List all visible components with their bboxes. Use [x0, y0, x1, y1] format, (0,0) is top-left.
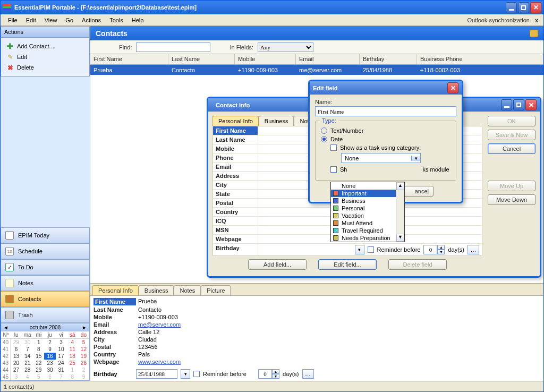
dropdown-item[interactable]: None [331, 182, 404, 190]
col-lastname[interactable]: Last Name [168, 54, 235, 64]
tab-notes[interactable]: Notes [174, 285, 201, 295]
nav-schedule[interactable]: 12Schedule [1, 243, 90, 259]
cancel-button[interactable]: Cancel [488, 143, 536, 154]
reminder-more-button[interactable]: … [468, 245, 479, 254]
dlg-minimize-button[interactable] [501, 99, 512, 110]
cal-day[interactable]: 24 [56, 360, 67, 367]
scroll-up-icon[interactable]: ▲ [396, 182, 404, 190]
cal-day[interactable]: 14 [22, 353, 33, 360]
chevron-down-icon[interactable]: ▾ [411, 156, 420, 161]
ok-button[interactable]: OK [488, 116, 536, 126]
col-firstname[interactable]: First Name [90, 54, 168, 64]
field-name-input[interactable] [315, 106, 456, 116]
cal-day[interactable]: 29 [33, 367, 44, 373]
add-contact-action[interactable]: ✚ Add Contact... [4, 41, 86, 52]
dropdown-item[interactable]: Must Attend [331, 219, 404, 227]
col-businessphone[interactable]: Business Phone [417, 54, 543, 64]
infields-select[interactable]: Any [258, 42, 313, 52]
cal-day[interactable]: 21 [22, 360, 33, 367]
cal-next[interactable]: ► [82, 325, 87, 330]
email-link[interactable]: me@server.com [138, 321, 181, 328]
cal-day[interactable]: 28 [22, 367, 33, 373]
col-email[interactable]: Email [296, 54, 360, 64]
menu-help[interactable]: Help [128, 16, 148, 24]
cal-day[interactable]: 7 [22, 346, 33, 353]
scroll-track[interactable] [396, 190, 404, 234]
cal-day[interactable]: 5 [78, 339, 89, 346]
cal-day[interactable]: 30 [22, 339, 33, 346]
cal-day[interactable]: 23 [44, 360, 55, 367]
cal-day[interactable]: 8 [33, 346, 44, 353]
field-value-cell[interactable]: ▾Reminder before▲▼day(s)… [258, 244, 482, 255]
reminder-checkbox[interactable] [193, 371, 200, 377]
menu-actions[interactable]: Actions [78, 16, 105, 24]
partial-checkbox-row[interactable]: Sh ks module [330, 166, 450, 173]
cal-day[interactable]: 10 [56, 346, 67, 353]
nav-todo[interactable]: ✓To Do [1, 259, 90, 275]
nav-contacts[interactable]: Contacts [1, 291, 90, 307]
maximize-button[interactable] [518, 2, 529, 13]
birthday-dropdown-icon[interactable]: ▾ [355, 245, 364, 254]
add-field-button[interactable]: Add field... [248, 259, 307, 270]
cal-day[interactable]: 3 [56, 339, 67, 346]
cal-day[interactable]: 8 [67, 373, 78, 380]
detail-birthday-input[interactable] [136, 369, 177, 379]
cal-day[interactable]: 5 [33, 373, 44, 380]
cal-day[interactable]: 26 [78, 360, 89, 367]
edit-field-close-button[interactable]: ✕ [447, 82, 458, 93]
field-row[interactable]: Birthday▾Reminder before▲▼day(s)… [213, 244, 482, 255]
menu-go[interactable]: Go [61, 16, 78, 24]
cal-day[interactable]: 12 [78, 346, 89, 353]
cal-day[interactable]: 25 [67, 360, 78, 367]
cal-day[interactable]: 30 [44, 367, 55, 373]
cal-day[interactable]: 4 [22, 373, 33, 380]
dropdown-item[interactable]: Important [331, 190, 404, 197]
dlg-close-button[interactable]: ✕ [525, 99, 537, 110]
radio-text[interactable]: Text/Number [321, 127, 450, 134]
cal-day[interactable]: 6 [11, 346, 22, 353]
radio-date[interactable]: Date [321, 136, 450, 142]
outlook-sync[interactable]: Outlook synchronization x [464, 17, 540, 23]
cal-day[interactable]: 22 [33, 360, 44, 367]
cal-day[interactable]: 2 [78, 367, 89, 373]
cal-prev[interactable]: ◄ [3, 325, 8, 330]
cal-day[interactable]: 20 [11, 360, 22, 367]
spin-up-icon[interactable]: ▲ [437, 245, 445, 250]
dropdown-item[interactable]: Business [331, 197, 404, 204]
category-combo[interactable]: None ▾ [341, 153, 421, 163]
spin-down-icon[interactable]: ▼ [272, 374, 279, 379]
scroll-down-icon[interactable]: ▼ [396, 234, 404, 242]
cal-day[interactable]: 15 [33, 353, 44, 360]
tab-personal[interactable]: Personal Info [92, 285, 139, 295]
save-new-button[interactable]: Save & New [488, 130, 536, 140]
dlg-tab-business[interactable]: Business [259, 116, 294, 126]
menu-file[interactable]: File [4, 16, 22, 24]
move-down-button[interactable]: Move Down [488, 194, 536, 205]
cal-day[interactable]: 6 [44, 373, 55, 380]
tab-picture[interactable]: Picture [201, 285, 231, 295]
cal-day[interactable]: 16 [44, 353, 55, 360]
cal-day[interactable]: 29 [11, 339, 22, 346]
nav-notes[interactable]: Notes [1, 275, 90, 291]
col-birthday[interactable]: Birthday [360, 54, 417, 64]
find-input[interactable] [136, 42, 210, 52]
cal-day[interactable]: 27 [11, 367, 22, 373]
cal-day[interactable]: 19 [78, 353, 89, 360]
tab-business[interactable]: Business [139, 285, 174, 295]
reminder-value[interactable] [423, 245, 437, 254]
cal-day[interactable]: 18 [67, 353, 78, 360]
cal-day[interactable]: 4 [67, 339, 78, 346]
cal-day[interactable]: 9 [78, 373, 89, 380]
spin-down-icon[interactable]: ▼ [437, 250, 445, 254]
checkbox-icon[interactable] [330, 166, 337, 173]
spin-up-icon[interactable]: ▲ [272, 369, 279, 374]
delete-action[interactable]: ✖ Delete [4, 62, 86, 73]
menu-tools[interactable]: Tools [105, 16, 128, 24]
checkbox-icon[interactable] [330, 144, 337, 151]
webpage-link[interactable]: www.server.com [138, 359, 181, 365]
dropdown-item[interactable]: Vacation [331, 212, 404, 219]
dropdown-item[interactable]: Travel Required [331, 227, 404, 234]
dlg-maximize-button[interactable] [513, 99, 524, 110]
cal-day[interactable]: 13 [11, 353, 22, 360]
cal-day[interactable]: 7 [56, 373, 67, 380]
